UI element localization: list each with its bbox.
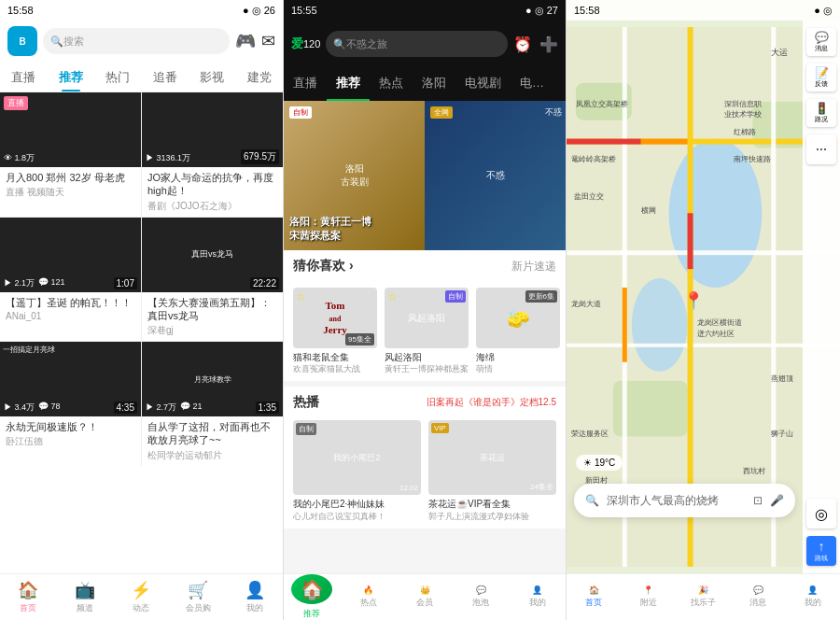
route-label: 路线 [815, 554, 828, 563]
hot-card-1[interactable]: 自制 我的小尾巴2 12.02 我的小尾巴2·神仙妹妹 心儿对自己说宝贝真棒！ [293, 420, 421, 523]
bottom-dynamic-1[interactable]: ⚡ 动态 [113, 574, 170, 620]
rec-card-sponge[interactable]: 🧽 更新6集 海绵 萌情 [476, 288, 560, 375]
tab-party-1[interactable]: 建党 [236, 62, 284, 92]
rec-thumb-drama: ☆ 风起洛阳 自制 [385, 288, 469, 348]
traffic-tool[interactable]: 🚦 路况 [806, 99, 836, 127]
temperature: 19°C [595, 458, 615, 468]
tab-more-2[interactable]: 电… [511, 67, 553, 101]
svg-text:燕翅顶: 燕翅顶 [771, 374, 793, 383]
video-card-3[interactable]: ▶ 2.1万 💬 121 1:07 【遥丁】圣诞 的帕瓦！！！ ANai_01 [0, 218, 141, 342]
map-area[interactable]: 大运 凤凰立交高架桥 深圳信息职 业技术学校 鼋岭岭高架桥 红棉路 南坪快速路 … [567, 21, 840, 573]
svg-text:龙岗大道: 龙岗大道 [571, 300, 601, 308]
meta-5: 卧江伍德 [6, 435, 135, 448]
thumb-3: ▶ 2.1万 💬 121 1:07 [0, 218, 141, 292]
clock-icon[interactable]: ⏰ [513, 35, 532, 53]
iqiyi-logo[interactable]: 爱 120 [291, 35, 320, 52]
scan-icon[interactable]: ⊡ [753, 494, 763, 507]
hot-grid-2: 自制 我的小尾巴2 12.02 我的小尾巴2·神仙妹妹 心儿对自己说宝贝真棒！ … [284, 415, 566, 528]
top-icons-1: 🎮 ✉ [235, 31, 275, 51]
bottom-profile-1[interactable]: 👤 我的 [226, 574, 283, 620]
search-area-2[interactable]: 🔍 不惑之旅 [326, 31, 508, 57]
rec-scroll-2[interactable]: ☆ TomandJerry 95集全 猫和老鼠全集 欢喜冤家猫鼠大战 ☆ 风起洛… [284, 282, 566, 381]
bottom-nearby-3[interactable]: 📍 附近 [622, 574, 677, 620]
bottom-bubble-2[interactable]: 💬 泡泡 [453, 574, 509, 620]
video-card-5[interactable]: 一招搞定月亮球 ▶ 3.4万 💬 78 4:35 永劫无间极速版？！ 卧江伍德 [0, 342, 141, 466]
tab-follow-1[interactable]: 追番 [142, 62, 189, 92]
panel3-map: 15:58 ● ◎ 大运 [566, 0, 840, 620]
bottom-recommend-2[interactable]: 🏠 推荐 [284, 574, 340, 620]
route-tool[interactable]: ↑ 路线 [806, 536, 836, 566]
info-6: 自从学了这招，对面再也不敢放月亮球了~~ 松同学的运动郁片 [142, 416, 283, 466]
tab-recommend-1[interactable]: 推荐 [48, 62, 95, 92]
rec-card-drama[interactable]: ☆ 风起洛阳 自制 风起洛阳 黄轩王一博探神都悬案 [385, 288, 469, 375]
bilibili-logo[interactable]: B [7, 26, 37, 56]
svg-text:大运: 大运 [771, 48, 788, 57]
content-1: 直播 👁 1.8万 月入800 郑州 32岁 母老虎 直播 视频随天 ▶ 313… [0, 92, 283, 573]
rec-title-2: 猜你喜欢 › [293, 258, 354, 275]
rec-more-2[interactable]: 新片速递 [511, 259, 556, 275]
bottom-nav-2: 🏠 推荐 🔥 热点 👑 会员 💬 泡泡 👤 我的 [284, 573, 566, 620]
more-tool[interactable]: ⋯ [806, 134, 836, 164]
tab-recommend-2[interactable]: 推荐 [327, 67, 370, 101]
search-text-map: 深圳市人气最高的烧烤 [607, 493, 746, 509]
search-box-1[interactable]: 🔍 搜索 [43, 28, 230, 54]
status-icons-1: ● ◎ 26 [243, 5, 275, 17]
bottom-channel-1[interactable]: 📺 频道 [57, 574, 114, 620]
video-card-2[interactable]: ▶ 3136.1万 679.5万 JO家人与命运的抗争，再度high起！ 番剧《… [142, 92, 283, 217]
tab-live-1[interactable]: 直播 [0, 62, 48, 92]
svg-text:荣达服务区: 荣达服务区 [571, 430, 609, 438]
overlay-5: 4:35 [114, 402, 137, 414]
svg-text:深圳信息职: 深圳信息职 [724, 100, 762, 108]
bottom-hot-2[interactable]: 🔥 热点 [340, 574, 396, 620]
bottom-home-3[interactable]: 🏠 首页 [567, 574, 622, 620]
recommend-circle-btn[interactable]: 🏠 [291, 574, 332, 604]
thumb-5: 一招搞定月亮球 ▶ 3.4万 💬 78 4:35 [0, 342, 141, 416]
location-tool[interactable]: ◎ [806, 499, 836, 528]
svg-text:龙岗区横街道: 龙岗区横街道 [697, 318, 742, 327]
sun-icon: ☀ [583, 458, 592, 468]
top-bar-2: 爱 120 🔍 不惑之旅 ⏰ ➕ [284, 21, 566, 67]
voice-icon[interactable]: 🎤 [770, 494, 784, 507]
message-icon[interactable]: ✉ [261, 31, 275, 51]
home-icon-3: 🏠 [589, 585, 599, 595]
bottom-vip-2[interactable]: 👑 会员 [397, 574, 453, 620]
bottom-home-1[interactable]: 🏠 首页 [0, 574, 57, 620]
thumb-2: ▶ 3136.1万 679.5万 [142, 92, 283, 167]
game-icon[interactable]: 🎮 [235, 31, 256, 51]
rec-title-tom: 猫和老鼠全集 [293, 351, 377, 363]
meta-3: ANai_01 [6, 311, 135, 321]
tab-live-2[interactable]: 直播 [284, 67, 327, 101]
svg-text:迸六约社区: 迸六约社区 [697, 330, 735, 338]
video-card-6[interactable]: 月亮球教学 ▶ 2.7万 💬 21 1:35 自从学了这招，对面再也不敢放月亮球… [142, 342, 283, 466]
hero-banner-2[interactable]: 自制 洛阳古装剧 洛阳：黄轩王一博宋茜探悬案 全网 不惑 不惑 [284, 101, 566, 250]
hot-title-card-2: 茶花运☕VIP看全集 [428, 498, 556, 511]
vip-icon-2: 👑 [420, 585, 430, 595]
bottom-profile-3[interactable]: 👤 我的 [785, 574, 840, 620]
tab-tv-2[interactable]: 电视剧 [455, 67, 511, 101]
bottom-fun-3[interactable]: 🎉 找乐子 [676, 574, 731, 620]
hot-title-card-1: 我的小尾巴2·神仙妹妹 [293, 498, 421, 511]
feedback-tool[interactable]: 📝 反馈 [806, 63, 836, 92]
svg-text:凤凰立交高架桥: 凤凰立交高架桥 [576, 100, 628, 108]
message-tool[interactable]: 💬 消息 [806, 28, 836, 56]
tab-luoyang-2[interactable]: 洛阳 [413, 67, 455, 101]
time-2: 15:55 [291, 5, 317, 16]
bottom-shop-1[interactable]: 🛒 会员购 [170, 574, 227, 620]
video-card-4[interactable]: 真田vs龙马 22:22 【关东大赛漫画第五期】：真田vs龙马 深巷gj [142, 218, 283, 342]
thumb-1: 直播 👁 1.8万 [0, 92, 141, 167]
stats-5: ▶ 3.4万 💬 78 [4, 402, 61, 414]
add-icon[interactable]: ➕ [539, 35, 558, 53]
hot-card-2[interactable]: VIP 茶花运 24集全 茶花运☕VIP看全集 郭子凡上演流漫式孕妇体验 [428, 420, 556, 523]
rec-card-tom[interactable]: ☆ TomandJerry 95集全 猫和老鼠全集 欢喜冤家猫鼠大战 [293, 288, 377, 375]
video-card-1[interactable]: 直播 👁 1.8万 月入800 郑州 32岁 母老虎 直播 视频随天 [0, 92, 141, 217]
dynamic-icon-1: ⚡ [131, 580, 151, 600]
bottom-message-3[interactable]: 💬 消息 [731, 574, 786, 620]
svg-text:西坑村: 西坑村 [743, 467, 765, 475]
bottom-profile-2[interactable]: 👤 我的 [510, 574, 566, 620]
tab-hot-1[interactable]: 热门 [94, 62, 142, 92]
map-search-bar[interactable]: 🔍 深圳市人气最高的烧烤 ⊡ 🎤 [574, 484, 795, 517]
rec-thumb-sponge: 🧽 更新6集 [476, 288, 560, 348]
map-sidebar: 💬 消息 📝 反馈 🚦 路况 ⋯ ◎ ↑ 路线 [803, 21, 840, 573]
tab-film-1[interactable]: 影视 [189, 62, 236, 92]
tab-hot-2[interactable]: 热点 [370, 67, 413, 101]
